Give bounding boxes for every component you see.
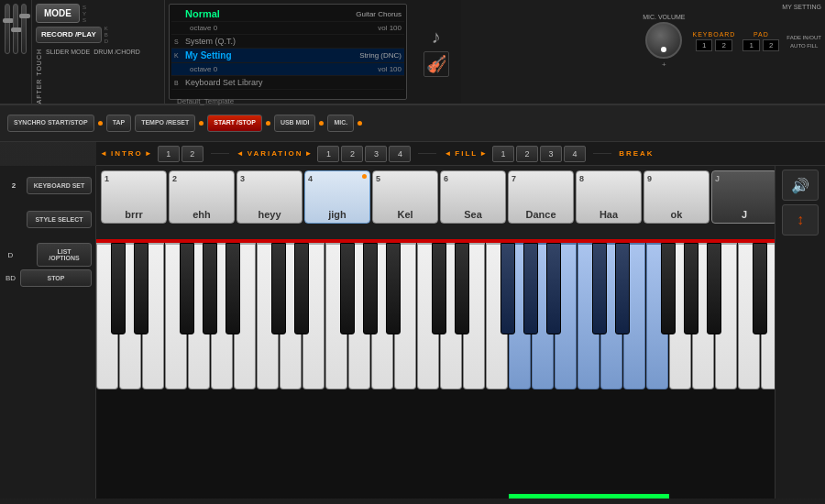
pad-7-number: 7: [512, 174, 516, 183]
keyboard-set-button[interactable]: KEYBOARD SET: [27, 177, 92, 194]
tempo-reset-button[interactable]: TEMPO /RESET: [135, 115, 195, 131]
black-key-6[interactable]: [294, 243, 309, 334]
pad-4-number: 4: [308, 174, 313, 183]
piano-keyboard-area: [96, 239, 775, 499]
black-key-1[interactable]: [134, 243, 148, 334]
pad-j-name: J: [742, 209, 747, 220]
black-key-8[interactable]: [363, 243, 378, 334]
black-key-11[interactable]: [455, 243, 469, 334]
pad-2[interactable]: 2 ehh: [169, 170, 235, 224]
display-row-normal[interactable]: Normal Guitar Chorus: [171, 6, 404, 22]
fill-arrow-right: ►: [479, 149, 487, 158]
black-key-3[interactable]: [203, 243, 217, 334]
fill-btn-1[interactable]: 1: [492, 146, 514, 162]
fill-btn-2[interactable]: 2: [516, 146, 538, 162]
pad-4[interactable]: 4 jigh: [304, 170, 370, 224]
pad-8[interactable]: 8 Haa: [576, 170, 642, 224]
pad-5[interactable]: 5 Kel: [372, 170, 438, 224]
usb-midi-button[interactable]: USB MIDI: [274, 115, 316, 131]
variation-label: VARIATION: [248, 149, 303, 158]
intro-btn-2[interactable]: 2: [182, 146, 204, 162]
black-key-20[interactable]: [753, 243, 767, 334]
pad-section-label: PAD: [754, 31, 769, 38]
display-row-kbd[interactable]: B Keyboard Set Library: [171, 76, 404, 90]
auto-fill-label: AUTO FILL: [790, 43, 818, 49]
sys-label: S: [82, 5, 86, 10]
intro-num-row: 1 2: [158, 146, 204, 162]
fill-label: FILL: [455, 149, 478, 158]
pad-display-2: 2: [763, 39, 779, 51]
black-key-19[interactable]: [707, 243, 721, 334]
black-key-4[interactable]: [226, 243, 240, 334]
pad-7[interactable]: 7 Dance: [508, 170, 574, 224]
bottom-left-panel: D LIST /OPTIONS BD STOP: [0, 239, 96, 499]
black-key-9[interactable]: [386, 243, 401, 334]
pad-display-1: 1: [742, 39, 759, 51]
var-btn-1[interactable]: 1: [317, 146, 339, 162]
mic-button[interactable]: MIC.: [327, 115, 354, 131]
music-note-icon: ♪: [432, 27, 441, 48]
variation-num-row: 1 2 3 4: [317, 146, 411, 162]
pads-area: 2 KEYBOARD SET STYLE SELECT 1 brrr 2 ehh…: [0, 166, 825, 239]
record-play-button[interactable]: RECORD /PLAY: [36, 27, 102, 43]
black-key-0[interactable]: [111, 243, 126, 334]
list-options-button[interactable]: LIST /OPTIONS: [37, 243, 92, 267]
pad-6-name: Sea: [464, 209, 482, 220]
black-key-18[interactable]: [684, 243, 698, 334]
kbd-label: K: [104, 26, 108, 31]
pad-9[interactable]: 9 ok: [644, 170, 710, 224]
fade-label: FADE IN/OUT: [786, 35, 821, 40]
pad-1[interactable]: 1 brrr: [101, 170, 167, 224]
bd-label-2: BD: [4, 274, 17, 282]
fill-btn-4[interactable]: 4: [564, 146, 586, 162]
display-template: Default_Template: [174, 96, 236, 106]
black-key-10[interactable]: [432, 243, 446, 334]
fill-btn-3[interactable]: 3: [540, 146, 562, 162]
display-area: Normal Guitar Chorus octave 0 vol 100 S …: [169, 4, 407, 100]
black-key-15[interactable]: [592, 243, 607, 334]
var-btn-4[interactable]: 4: [389, 146, 411, 162]
row-label-b: B: [174, 80, 185, 86]
mode-button[interactable]: MODE: [36, 4, 80, 23]
pad-cells-row: 1 brrr 2 ehh 3 heyy 4 jigh 5 Kel: [96, 166, 775, 239]
intro-label: INTRO: [111, 149, 143, 158]
usb-led: [319, 121, 324, 126]
drum-mode-label: DRUM /CHORD: [94, 49, 140, 55]
start-stop-button[interactable]: START /STOP: [207, 115, 262, 131]
black-key-14[interactable]: [546, 243, 561, 334]
variation-arrow-left: ◄: [236, 149, 244, 158]
pad-1-name: brrr: [125, 209, 143, 220]
black-key-5[interactable]: [271, 243, 286, 334]
black-key-16[interactable]: [615, 243, 630, 334]
pad-6[interactable]: 6 Sea: [440, 170, 506, 224]
control-row: SYNCHRO START/STOP TAP TEMPO /RESET STAR…: [0, 105, 825, 142]
pad-j[interactable]: J J: [711, 170, 775, 224]
pad-3[interactable]: 3 heyy: [236, 170, 302, 224]
arrows-icon-btn[interactable]: ↕: [782, 204, 819, 236]
mic-volume-knob[interactable]: [645, 22, 682, 59]
black-key-17[interactable]: [661, 243, 676, 334]
pad-1-number: 1: [104, 174, 109, 183]
intro-arrow-left: ◄: [100, 149, 107, 158]
display-row-system[interactable]: S System (Q.T.): [171, 35, 404, 49]
black-key-12[interactable]: [500, 243, 515, 334]
pad-5-number: 5: [376, 174, 380, 183]
speaker-icon-btn[interactable]: 🔊: [782, 170, 819, 201]
stop-button[interactable]: STOP: [20, 269, 92, 287]
sys3-label: S: [82, 17, 86, 23]
after-touch-label: AFTER TOUCH: [36, 49, 42, 104]
var-btn-2[interactable]: 2: [341, 146, 363, 162]
synchro-led: [98, 121, 103, 126]
display-row-mysetting[interactable]: K My Setting String (DNC): [171, 49, 404, 63]
black-key-2[interactable]: [180, 243, 194, 334]
black-key-13[interactable]: [523, 243, 538, 334]
tap-button[interactable]: TAP: [106, 115, 131, 131]
black-key-7[interactable]: [340, 243, 355, 334]
synchro-start-stop-button[interactable]: SYNCHRO START/STOP: [7, 115, 94, 131]
display-octave-normal: octave 0: [190, 24, 378, 32]
var-btn-3[interactable]: 3: [365, 146, 387, 162]
intro-btn-1[interactable]: 1: [158, 146, 180, 162]
style-select-button[interactable]: STYLE SELECT: [27, 211, 92, 228]
fill-arrow-left: ◄: [444, 149, 451, 158]
synth-body: MODE S Y S RECORD /PLAY K B D: [0, 0, 825, 504]
